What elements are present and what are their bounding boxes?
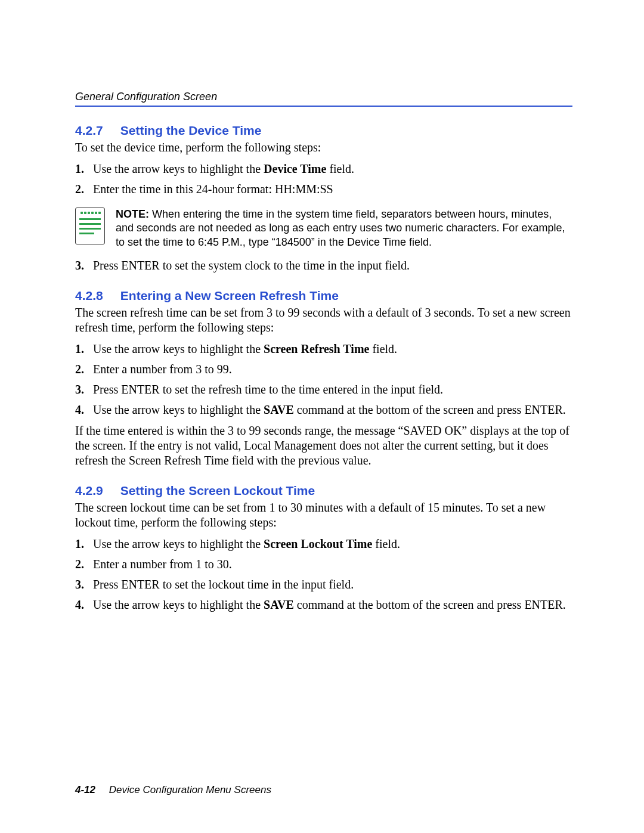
heading-title: Setting the Device Time bbox=[120, 123, 262, 137]
heading-title: Entering a New Screen Refresh Time bbox=[120, 289, 339, 302]
bold-term: Screen Lockout Time bbox=[264, 537, 372, 550]
step-text: Press ENTER to set the refresh time to t… bbox=[93, 383, 443, 396]
running-header: General Configuration Screen bbox=[75, 91, 572, 103]
step-text: Enter the time in this 24-hour format: H… bbox=[93, 182, 333, 196]
note-text: NOTE: When entering the time in the syst… bbox=[116, 208, 572, 249]
steps-list-427b: Press ENTER to set the system clock to t… bbox=[75, 258, 572, 273]
steps-list-427a: Use the arrow keys to highlight the Devi… bbox=[75, 161, 572, 197]
list-item: Use the arrow keys to highlight the SAVE… bbox=[75, 402, 572, 417]
heading-title: Setting the Screen Lockout Time bbox=[120, 484, 315, 497]
step-text: Enter a number from 1 to 30. bbox=[93, 558, 232, 571]
steps-list-428: Use the arrow keys to highlight the Scre… bbox=[75, 341, 572, 417]
step-text: Use the arrow keys to highlight the bbox=[93, 537, 264, 550]
note-callout: NOTE: When entering the time in the syst… bbox=[75, 208, 572, 249]
document-page: General Configuration Screen 4.2.7 Setti… bbox=[0, 0, 644, 833]
list-item: Use the arrow keys to highlight the Scre… bbox=[75, 341, 572, 357]
heading-number: 4.2.9 bbox=[75, 484, 117, 498]
step-text: Use the arrow keys to highlight the bbox=[93, 342, 264, 355]
chapter-title: Device Configuration Menu Screens bbox=[109, 784, 271, 795]
list-item: Enter a number from 1 to 30. bbox=[75, 556, 572, 572]
heading-number: 4.2.8 bbox=[75, 289, 117, 303]
note-label: NOTE: bbox=[116, 208, 149, 220]
heading-number: 4.2.7 bbox=[75, 123, 117, 138]
list-item: Press ENTER to set the system clock to t… bbox=[75, 258, 572, 273]
list-item: Press ENTER to set the refresh time to t… bbox=[75, 382, 572, 397]
list-item: Use the arrow keys to highlight the Scre… bbox=[75, 536, 572, 552]
step-text: field. bbox=[372, 537, 400, 550]
step-text: field. bbox=[326, 162, 354, 175]
step-text: Use the arrow keys to highlight the bbox=[93, 162, 264, 175]
list-item: Enter the time in this 24-hour format: H… bbox=[75, 181, 572, 197]
list-item: Press ENTER to set the lockout time in t… bbox=[75, 577, 572, 592]
step-text: field. bbox=[369, 342, 397, 355]
bold-term: SAVE bbox=[264, 403, 294, 416]
heading-4-2-8: 4.2.8 Entering a New Screen Refresh Time bbox=[75, 289, 572, 303]
steps-list-429: Use the arrow keys to highlight the Scre… bbox=[75, 536, 572, 612]
page-number: 4-12 bbox=[75, 784, 95, 795]
heading-4-2-9: 4.2.9 Setting the Screen Lockout Time bbox=[75, 484, 572, 498]
list-item: Enter a number from 3 to 99. bbox=[75, 361, 572, 377]
note-body: When entering the time in the system tim… bbox=[116, 208, 565, 248]
page-footer: 4-12 Device Configuration Menu Screens bbox=[75, 784, 271, 796]
step-text: Use the arrow keys to highlight the bbox=[93, 598, 264, 611]
bold-term: Device Time bbox=[264, 162, 326, 175]
step-text: Use the arrow keys to highlight the bbox=[93, 403, 264, 416]
intro-text: To set the device time, perform the foll… bbox=[75, 140, 572, 155]
bold-term: Screen Refresh Time bbox=[264, 342, 369, 355]
after-text: If the time entered is within the 3 to 9… bbox=[75, 423, 572, 468]
step-text: Press ENTER to set the lockout time in t… bbox=[93, 578, 354, 591]
header-rule bbox=[75, 106, 572, 107]
list-item: Use the arrow keys to highlight the SAVE… bbox=[75, 597, 572, 612]
step-text: command at the bottom of the screen and … bbox=[294, 598, 566, 611]
notepad-icon bbox=[75, 208, 105, 244]
step-text: Press ENTER to set the system clock to t… bbox=[93, 259, 410, 272]
list-item: Use the arrow keys to highlight the Devi… bbox=[75, 161, 572, 176]
bold-term: SAVE bbox=[264, 598, 294, 611]
intro-text: The screen refresh time can be set from … bbox=[75, 305, 572, 335]
intro-text: The screen lockout time can be set from … bbox=[75, 500, 572, 530]
step-text: command at the bottom of the screen and … bbox=[294, 403, 566, 416]
heading-4-2-7: 4.2.7 Setting the Device Time bbox=[75, 123, 572, 138]
step-text: Enter a number from 3 to 99. bbox=[93, 363, 232, 376]
